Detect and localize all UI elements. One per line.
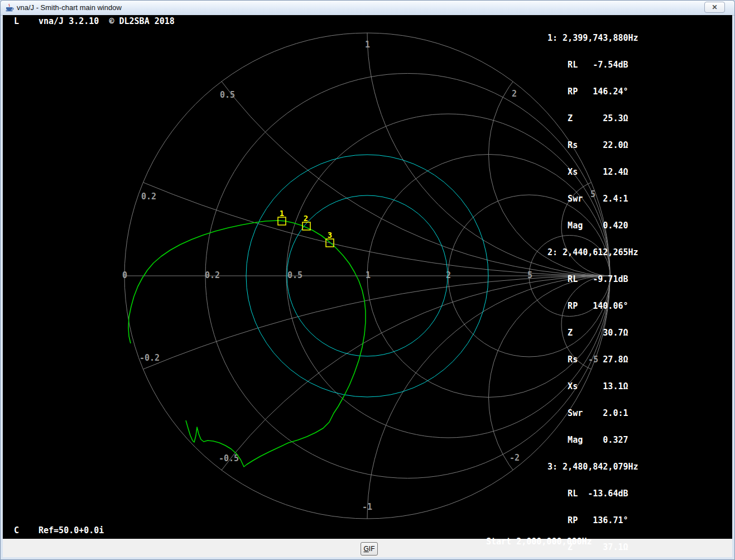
marker-1-xs: Xs 12.4Ω <box>547 167 638 176</box>
window-title: vna/J - Smith-chart main window <box>17 3 122 12</box>
marker-2-rs: Rs 27.8Ω <box>547 355 638 364</box>
svg-text:-0.2: -0.2 <box>140 353 160 363</box>
marker-1-swr: Swr 2.4:1 <box>547 194 638 203</box>
titlebar[interactable]: vna/J - Smith-chart main window ✕ <box>1 1 734 16</box>
gif-button-mnemonic: G <box>363 545 368 553</box>
marker-2-header: 2: 2,440,612,265Hz <box>547 248 638 257</box>
svg-text:2: 2 <box>512 89 517 99</box>
marker-1-label: 1 <box>280 209 284 218</box>
s11-trace <box>128 221 366 467</box>
svg-text:0: 0 <box>122 270 127 280</box>
marker-1-header: 1: 2,399,743,880Hz <box>547 33 638 42</box>
app-version-text: vna/J 3.2.10 © DL2SBA 2018 <box>39 17 175 26</box>
marker-2-xs: Xs 13.1Ω <box>547 382 638 391</box>
java-app-icon <box>4 3 14 12</box>
gif-button-rest: IF <box>369 545 375 553</box>
marker-1-rp: RP 146.24° <box>547 87 638 96</box>
svg-text:2: 2 <box>446 270 451 280</box>
close-icon: ✕ <box>712 3 717 11</box>
svg-text:-0.5: -0.5 <box>219 453 239 463</box>
gif-export-button[interactable]: GIF <box>361 542 378 556</box>
svg-text:0.2: 0.2 <box>205 270 220 280</box>
marker-1-rs: Rs 22.0Ω <box>547 141 638 150</box>
marker-readouts: 1: 2,399,743,880Hz RL -7.54dB RP 146.24°… <box>547 16 638 560</box>
reference-impedance: Ref=50.0+0.0i <box>39 526 104 535</box>
marker-2-z: Z 30.7Ω <box>547 328 638 337</box>
resistance-labels: 0 0.2 0.5 1 2 5 <box>122 270 532 280</box>
svg-text:1: 1 <box>365 40 370 50</box>
svg-text:-2: -2 <box>510 453 520 463</box>
close-button[interactable]: ✕ <box>704 2 725 13</box>
marker-2-rp: RP 140.06° <box>547 301 638 310</box>
marker-2-label: 2 <box>304 214 308 223</box>
svg-text:0.5: 0.5 <box>220 90 235 100</box>
marker-3-label: 3 <box>328 231 332 240</box>
marker-2-mag: Mag 0.327 <box>547 435 638 444</box>
marker-3-rl: RL -13.64dB <box>547 489 638 498</box>
mode-indicator: L <box>14 17 19 26</box>
marker-2-rl: RL -9.71dB <box>547 275 638 284</box>
svg-text:5: 5 <box>527 270 532 280</box>
marker-1-rl: RL -7.54dB <box>547 60 638 69</box>
sweep-range: Start 2,000,000,000Hz Stop 2,999,998,271… <box>486 519 592 560</box>
markers-layer: 1 2 3 <box>278 209 334 247</box>
svg-text:1: 1 <box>366 270 371 280</box>
marker-2-swr: Swr 2.0:1 <box>547 409 638 418</box>
marker-1-z: Z 25.3Ω <box>547 114 638 123</box>
svg-text:0.5: 0.5 <box>287 270 302 280</box>
marker-3-header: 3: 2,480,842,079Hz <box>547 462 638 471</box>
calibration-indicator: C <box>14 526 19 535</box>
svg-text:-1: -1 <box>362 502 372 512</box>
svg-text:0.2: 0.2 <box>141 192 156 202</box>
app-window: vna/J - Smith-chart main window ✕ <box>0 0 735 560</box>
marker-1-mag: Mag 0.420 <box>547 221 638 230</box>
sweep-start: Start 2,000,000,000Hz <box>486 537 592 546</box>
